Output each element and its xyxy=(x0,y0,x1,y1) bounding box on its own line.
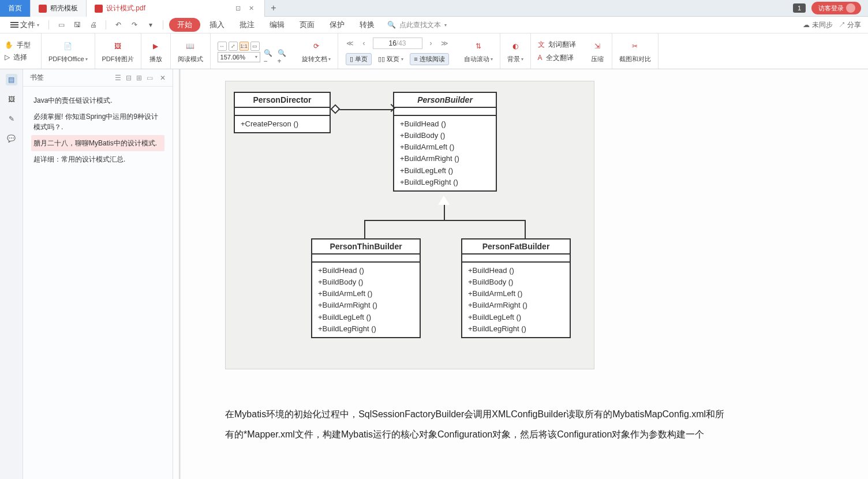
tab-home-label: 首页 xyxy=(8,3,22,13)
next-page-button[interactable]: › xyxy=(426,38,436,48)
bookmark-close-button[interactable]: ✕ xyxy=(160,74,166,82)
pdf-viewport[interactable]: PersonDirector +CreatePerson () PersonBu… xyxy=(173,69,868,479)
hand-icon: ✋ xyxy=(5,41,13,49)
add-tab-button[interactable]: + xyxy=(265,0,282,16)
hctrans-label: 划词翻译 xyxy=(548,40,576,50)
full-translate-button[interactable]: A全文翻译 xyxy=(538,53,574,63)
undo-icon[interactable]: ↶ xyxy=(112,18,125,31)
tab-document[interactable]: 设计模式.pdf ⊡ ✕ xyxy=(87,0,265,17)
uml-methods: +BuildHead ()+BuildBody ()+BuildArmLeft … xyxy=(394,116,496,190)
bookmark-item[interactable]: Java中的责任链设计模式. xyxy=(31,92,164,108)
zoom-in-button[interactable]: 🔍+ xyxy=(278,52,288,62)
pdf-image-icon: 🖼 xyxy=(110,39,125,54)
zoom-value: 157.06% xyxy=(220,54,245,61)
bookmark-item[interactable]: 必须掌握! 你知道Spring中运用的9种设计模式吗？. xyxy=(31,108,164,135)
menu-convert[interactable]: 转换 xyxy=(354,18,380,32)
select-label: 选择 xyxy=(13,53,27,62)
bm-tool-2[interactable]: ⊟ xyxy=(126,74,132,82)
menu-edit[interactable]: 编辑 xyxy=(264,18,290,32)
book-icon: 📖 xyxy=(183,39,198,54)
bm-tool-3[interactable]: ⊞ xyxy=(136,74,142,82)
sync-label: 未同步 xyxy=(812,21,833,29)
chevron-down-icon: ▾ xyxy=(37,23,39,28)
bookmark-title: 书签 xyxy=(30,73,44,83)
menu-insert[interactable]: 插入 xyxy=(204,18,230,32)
file-menu[interactable]: 文件▾ xyxy=(7,18,43,32)
bm-tool-1[interactable]: ☰ xyxy=(115,74,121,82)
read-mode-button[interactable]: 📖阅读模式 xyxy=(171,33,211,69)
rotate-button[interactable]: ⟳旋转文档▾ xyxy=(295,33,338,69)
bookmark-item[interactable]: 超详细：常用的设计模式汇总. xyxy=(31,151,164,167)
prev-page-button[interactable]: ‹ xyxy=(359,38,369,48)
thumbnail-panel-toggle[interactable]: 🖼 xyxy=(6,93,17,105)
bookmark-panel-toggle[interactable]: ▤ xyxy=(6,74,17,85)
menu-protect[interactable]: 保护 xyxy=(324,18,350,32)
start-label: 开始 xyxy=(177,20,192,29)
open-icon[interactable]: ▭ xyxy=(55,18,68,31)
compress-label: 压缩 xyxy=(591,55,604,63)
pin-icon[interactable]: ⊡ xyxy=(233,5,243,12)
select-tool[interactable]: ▷选择 xyxy=(5,53,36,62)
readmode-label: 阅读模式 xyxy=(178,55,203,63)
last-page-button[interactable]: ≫ xyxy=(440,38,450,48)
share-button[interactable]: ↗ 分享 xyxy=(839,20,861,30)
translate-icon: 文 xyxy=(538,40,545,50)
background-button[interactable]: ◐背景▾ xyxy=(500,33,531,69)
page-input[interactable]: 16/43 xyxy=(373,38,422,49)
fit-visible-button[interactable]: ▭ xyxy=(250,42,260,51)
redo-icon[interactable]: ↷ xyxy=(128,18,141,31)
pdf-to-image-button[interactable]: 🖼PDF转图片 xyxy=(95,33,141,69)
menu-annotate[interactable]: 批注 xyxy=(234,18,260,32)
history-dropdown-icon[interactable]: ▾ xyxy=(144,18,157,31)
fit-width-button[interactable]: ↔ xyxy=(218,42,227,51)
print-icon[interactable]: 🖨 xyxy=(87,18,100,31)
rotate-label: 旋转文档 xyxy=(302,55,327,63)
search-placeholder: 点此查找文本 xyxy=(399,20,441,30)
cursor-icon: ▷ xyxy=(5,53,10,61)
comment-panel-toggle[interactable]: 💬 xyxy=(6,133,17,144)
pdf2img-label: PDF转图片 xyxy=(102,55,134,63)
tab-home[interactable]: 首页 xyxy=(0,0,31,17)
compress-button[interactable]: ⇲压缩 xyxy=(583,33,612,69)
sync-status[interactable]: ☁ 未同步 xyxy=(803,20,832,30)
fit-page-button[interactable]: ⤢ xyxy=(229,42,238,51)
single-page-button[interactable]: ▯单页 xyxy=(346,53,372,65)
page-current: 16 xyxy=(389,39,396,47)
actual-size-button[interactable]: 1:1 xyxy=(240,42,249,51)
pdf-to-office-button[interactable]: 📄PDF转Office▾ xyxy=(42,33,95,69)
single-label: 单页 xyxy=(355,55,368,63)
notification-badge[interactable]: 1 xyxy=(793,3,806,13)
zoom-out-button[interactable]: 🔍− xyxy=(264,52,274,62)
word-translate-button[interactable]: 文划词翻译 xyxy=(538,40,576,50)
tab-docer[interactable]: 稻壳模板 xyxy=(31,0,87,17)
uml-class-name: PersonBuilder xyxy=(394,93,496,108)
bg-icon: ◐ xyxy=(508,39,523,54)
zoom-select[interactable]: 157.06%▾ xyxy=(218,52,260,62)
double-page-button[interactable]: ▯▯双页▾ xyxy=(374,53,407,65)
play-button[interactable]: ▶播放 xyxy=(141,33,171,69)
login-button[interactable]: 访客登录 xyxy=(811,2,861,14)
bm-tool-4[interactable]: ▭ xyxy=(147,74,153,82)
bookmark-item[interactable]: 腊月二十八，聊聊MyBatis中的设计模式. xyxy=(31,135,164,151)
close-tab-icon[interactable]: ✕ xyxy=(246,5,256,12)
continuous-label: 连续阅读 xyxy=(420,55,445,63)
first-page-button[interactable]: ≪ xyxy=(345,38,356,48)
attachment-panel-toggle[interactable]: ✎ xyxy=(6,113,17,125)
snip-compare-button[interactable]: ✂截图和对比 xyxy=(612,33,659,69)
hand-tool[interactable]: ✋手型 xyxy=(5,40,36,50)
hand-label: 手型 xyxy=(17,40,31,50)
continuous-button[interactable]: ≡连续阅读 xyxy=(410,53,448,65)
pdf-icon xyxy=(95,5,103,13)
save-icon[interactable]: 🖫 xyxy=(71,18,84,31)
uml-methods: +BuildHead ()+BuildBody ()+BuildArmLeft … xyxy=(312,263,420,337)
login-label: 访客登录 xyxy=(818,4,844,13)
share-label: 分享 xyxy=(847,21,861,29)
start-tab[interactable]: 开始 xyxy=(169,18,200,32)
uml-class-name: PersonFatBuilder xyxy=(462,240,570,255)
fulltrans-label: 全文翻译 xyxy=(546,53,574,63)
search-box[interactable]: 🔍点此查找文本▾ xyxy=(387,20,447,30)
uml-diagram: PersonDirector +CreatePerson () PersonBu… xyxy=(225,81,594,369)
autoscroll-button[interactable]: ⇅自动滚动▾ xyxy=(457,33,500,69)
docer-icon xyxy=(39,5,47,13)
menu-page[interactable]: 页面 xyxy=(294,18,320,32)
